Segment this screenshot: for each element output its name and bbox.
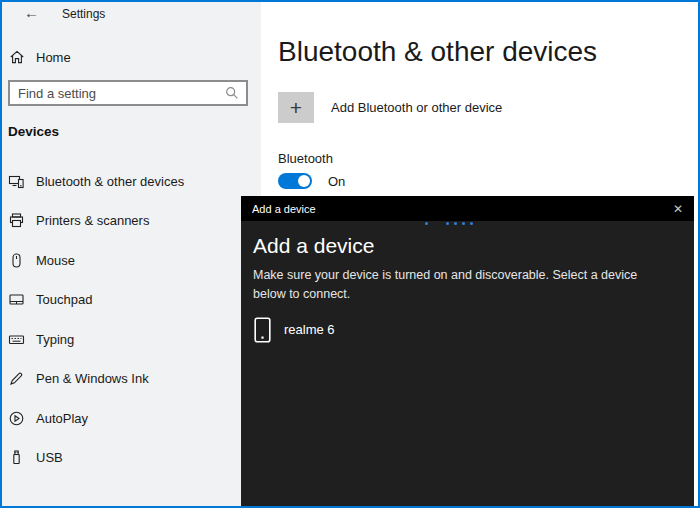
- add-bluetooth-device-button[interactable]: + Add Bluetooth or other device: [278, 92, 502, 123]
- autoplay-icon: [8, 410, 25, 427]
- dialog-titlebar: Add a device ✕: [241, 196, 694, 221]
- sidebar-item-usb[interactable]: USB: [0, 444, 261, 470]
- sidebar-item-printers-scanners[interactable]: Printers & scanners: [0, 207, 261, 233]
- sidebar-section-devices: Devices: [8, 124, 59, 139]
- search-input[interactable]: [10, 86, 222, 101]
- sidebar-item-mouse[interactable]: Mouse: [0, 247, 261, 273]
- dialog-heading: Add a device: [253, 234, 374, 258]
- close-icon[interactable]: ✕: [662, 196, 694, 221]
- sidebar-item-autoplay[interactable]: AutoPlay: [0, 405, 261, 431]
- search-icon[interactable]: [222, 83, 242, 103]
- bluetooth-toggle[interactable]: [278, 173, 312, 189]
- settings-window: ← Settings Home Devices Bluetooth & othe…: [0, 0, 700, 508]
- sidebar-item-label: Pen & Windows Ink: [36, 371, 149, 386]
- toggle-knob: [298, 175, 310, 187]
- pen-icon: [8, 370, 25, 387]
- sidebar-item-typing[interactable]: Typing: [0, 326, 261, 352]
- back-arrow-icon[interactable]: ←: [24, 4, 39, 21]
- progress-dots-indicator: [425, 222, 485, 225]
- dialog-description: Make sure your device is turned on and d…: [253, 266, 667, 303]
- device-list-item[interactable]: realme 6: [253, 312, 335, 347]
- plus-icon[interactable]: +: [278, 92, 314, 123]
- keyboard-icon: [8, 331, 25, 348]
- device-name: realme 6: [284, 322, 335, 337]
- sidebar-item-label: AutoPlay: [36, 411, 88, 426]
- home-icon: [8, 49, 25, 66]
- sidebar-item-pen-windows-ink[interactable]: Pen & Windows Ink: [0, 365, 261, 391]
- sidebar-item-label: USB: [36, 450, 63, 465]
- add-device-dialog: Add a device ✕ Add a device Make sure yo…: [241, 196, 694, 506]
- sidebar-item-label: Typing: [36, 332, 74, 347]
- bluetooth-toggle-state: On: [328, 174, 345, 189]
- sidebar-item-home[interactable]: Home: [0, 44, 261, 70]
- page-title: Bluetooth & other devices: [278, 36, 597, 68]
- bluetooth-toggle-row: On: [278, 173, 345, 189]
- add-button-label: Add Bluetooth or other device: [331, 100, 502, 115]
- search-box: [8, 80, 248, 106]
- sidebar-item-label: Home: [36, 50, 71, 65]
- sidebar-item-bluetooth-other-devices[interactable]: Bluetooth & other devices: [0, 168, 261, 194]
- bluetooth-label: Bluetooth: [278, 151, 333, 166]
- sidebar-item-touchpad[interactable]: Touchpad: [0, 286, 261, 312]
- sidebar-item-label: Touchpad: [36, 292, 92, 307]
- printer-icon: [8, 212, 25, 229]
- bluetooth-devices-icon: [8, 173, 25, 190]
- sidebar: ← Settings Home Devices Bluetooth & othe…: [0, 0, 261, 508]
- dialog-titlebar-title: Add a device: [252, 203, 316, 215]
- phone-icon: [253, 316, 271, 343]
- mouse-icon: [8, 252, 25, 269]
- window-title: Settings: [62, 7, 105, 21]
- sidebar-item-label: Printers & scanners: [36, 213, 149, 228]
- touchpad-icon: [8, 291, 25, 308]
- sidebar-item-label: Bluetooth & other devices: [36, 174, 184, 189]
- usb-icon: [8, 449, 25, 466]
- sidebar-item-label: Mouse: [36, 253, 75, 268]
